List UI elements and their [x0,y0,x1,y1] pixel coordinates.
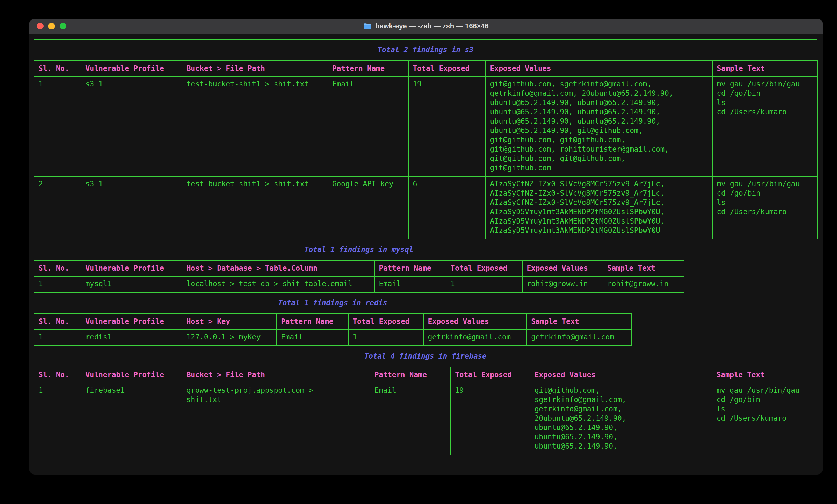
column-header: Host > Key [182,314,277,330]
table-cell: localhost > test_db > shit_table.email [182,276,374,292]
column-header: Exposed Values [522,260,603,276]
table-row: 1firebase1groww-test-proj.appspot.com > … [34,383,817,455]
table-cell: 1 [34,276,81,292]
findings-section-redis: Total 1 findings in redis Sl. No.Vulnera… [34,298,631,346]
table-cell: 1 [34,330,81,346]
findings-table-firebase: Sl. No.Vulnerable ProfileBucket > File P… [34,367,817,455]
header-row: Sl. No.Vulnerable ProfileHost > KeyPatte… [34,314,631,330]
table-cell: git@github.com, sgetrkinfo@gmail.com, ge… [530,383,712,455]
column-header: Sl. No. [34,367,81,383]
terminal-content[interactable]: Total 2 findings in s3 Sl. No.Vulnerable… [29,34,823,474]
column-header: Bucket > File Path [182,60,328,77]
table-cell: mv gau /usr/bin/gau cd /go/bin ls cd /Us… [712,77,817,176]
column-header: Total Exposed [451,367,530,383]
column-header: Vulnerable Profile [81,367,182,383]
table-cell: s3_1 [81,176,182,239]
column-header: Total Exposed [408,60,485,77]
column-header: Sample Text [712,60,817,77]
column-header: Vulnerable Profile [81,260,182,276]
column-header: Sl. No. [34,260,81,276]
column-header: Vulnerable Profile [81,314,182,330]
findings-table-mysql: Sl. No.Vulnerable ProfileHost > Database… [34,260,684,293]
table-cell: firebase1 [81,383,182,455]
table-cell: 1 [446,276,522,292]
header-row: Sl. No.Vulnerable ProfileBucket > File P… [34,367,817,383]
section-title-s3: Total 2 findings in s3 [34,45,817,55]
header-row: Sl. No.Vulnerable ProfileBucket > File P… [34,60,817,77]
table-cell: groww-test-proj.appspot.com > shit.txt [182,383,370,455]
column-header: Sample Text [712,367,817,383]
table-cell: mysql1 [81,276,182,292]
close-button[interactable] [37,23,43,30]
column-header: Sl. No. [34,60,81,77]
desktop-background: { "window": { "title": "hawk-eye — -zsh … [0,0,837,504]
table-row: 1redis1127.0.0.1 > myKeyEmail1getrkinfo@… [34,330,631,346]
table-cell: s3_1 [81,77,182,176]
minimize-button[interactable] [48,23,55,30]
table-cell: redis1 [81,330,182,346]
section-title-redis: Total 1 findings in redis [34,298,631,307]
table-row: 1mysql1localhost > test_db > shit_table.… [34,276,684,292]
window-title-text: hawk-eye — -zsh — zsh — 166×46 [375,22,488,30]
findings-table-s3: Sl. No.Vulnerable ProfileBucket > File P… [34,60,818,239]
table-cell: test-bucket-shit1 > shit.txt [182,77,328,176]
table-cell: Email [277,330,348,346]
column-header: Sl. No. [34,314,81,330]
zoom-button[interactable] [59,23,66,30]
column-header: Total Exposed [348,314,423,330]
table-cell: mv gau /usr/bin/gau cd /go/bin ls cd /Us… [712,383,817,455]
table-cell: 127.0.0.1 > myKey [182,330,277,346]
column-header: Pattern Name [370,367,451,383]
table-cell: 1 [348,330,423,346]
table-cell: 19 [408,77,485,176]
table-cell: 6 [408,176,485,239]
table-cell: git@github.com, sgetrkinfo@gmail.com, ge… [485,77,712,176]
table-cell: Google API key [328,176,408,239]
findings-section-s3: Total 2 findings in s3 Sl. No.Vulnerable… [34,45,817,239]
table-cell: Email [370,383,451,455]
table-cell: rohit@groww.in [603,276,684,292]
table-cell: 1 [34,383,81,455]
findings-table-redis: Sl. No.Vulnerable ProfileHost > KeyPatte… [34,313,632,346]
column-header: Bucket > File Path [182,367,370,383]
section-title-firebase: Total 4 findings in firebase [34,352,817,361]
table-cell: mv gau /usr/bin/gau cd /go/bin ls cd /Us… [712,176,817,239]
section-title-mysql: Total 1 findings in mysql [34,245,684,254]
window-title: hawk-eye — -zsh — zsh — 166×46 [363,22,488,30]
column-header: Pattern Name [374,260,446,276]
table-cell: Email [374,276,446,292]
column-header: Exposed Values [530,367,712,383]
column-header: Sample Text [527,314,631,330]
column-header: Vulnerable Profile [81,60,182,77]
table-row: 1s3_1test-bucket-shit1 > shit.txtEmail19… [34,77,817,176]
table-row: 2s3_1test-bucket-shit1 > shit.txtGoogle … [34,176,817,239]
column-header: Pattern Name [277,314,348,330]
header-row: Sl. No.Vulnerable ProfileHost > Database… [34,260,684,276]
table-cell: getrkinfo@gmail.com [527,330,631,346]
truncated-table-bottom-border [34,36,817,40]
table-cell: rohit@groww.in [522,276,603,292]
table-cell: 1 [34,77,81,176]
column-header: Exposed Values [485,60,712,77]
table-cell: test-bucket-shit1 > shit.txt [182,176,328,239]
column-header: Sample Text [603,260,684,276]
table-cell: AIzaSyCfNZ-IZx0-SlVcVg8MCr575zv9_Ar7jLc,… [485,176,712,239]
column-header: Pattern Name [328,60,408,77]
table-cell: 2 [34,176,81,239]
folder-icon [363,23,372,30]
column-header: Exposed Values [423,314,527,330]
findings-section-mysql: Total 1 findings in mysql Sl. No.Vulnera… [34,245,684,293]
table-cell: 19 [451,383,530,455]
table-cell: Email [328,77,408,176]
traffic-lights [37,19,66,34]
table-cell: getrkinfo@gmail.com [423,330,527,346]
findings-section-firebase: Total 4 findings in firebase Sl. No.Vuln… [34,352,817,455]
column-header: Total Exposed [446,260,522,276]
terminal-window: hawk-eye — -zsh — zsh — 166×46 Total 2 f… [29,19,823,474]
column-header: Host > Database > Table.Column [182,260,374,276]
title-bar[interactable]: hawk-eye — -zsh — zsh — 166×46 [29,19,823,34]
